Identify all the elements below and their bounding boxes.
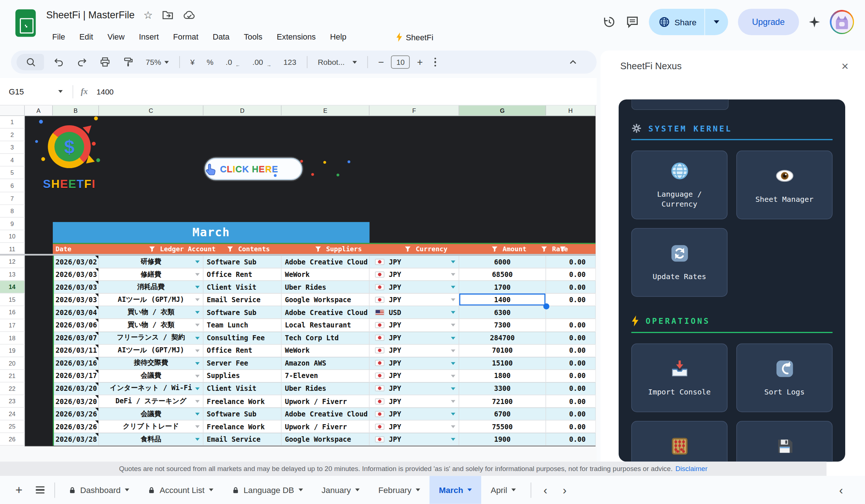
- zoom-select[interactable]: 75%: [141, 55, 174, 69]
- dropdown-icon[interactable]: [451, 349, 455, 352]
- supplier-cell[interactable]: Google Workspace: [281, 433, 369, 446]
- ledger-account-cell[interactable]: DeFi / ステーキング: [99, 395, 203, 408]
- rate-cell[interactable]: 0.00: [546, 268, 596, 281]
- ledger-account-cell[interactable]: 研修費: [99, 256, 203, 268]
- row-header-number[interactable]: 9: [0, 218, 25, 230]
- close-icon[interactable]: ×: [839, 58, 851, 75]
- dropdown-icon[interactable]: [195, 260, 200, 263]
- date-cell[interactable]: 2026/03/16: [54, 357, 99, 370]
- upgrade-button[interactable]: Upgrade: [738, 9, 799, 35]
- move-folder-icon[interactable]: [162, 9, 174, 21]
- ledger-account-cell[interactable]: フリーランス / 契約: [99, 332, 203, 345]
- amount-cell[interactable]: 1800: [459, 370, 546, 382]
- currency-cell[interactable]: USD: [369, 306, 459, 319]
- increase-font-size-button[interactable]: +: [412, 55, 428, 70]
- dropdown-icon[interactable]: [451, 311, 455, 314]
- date-cell[interactable]: 2026/03/28: [54, 433, 99, 446]
- row-header-number[interactable]: 8: [0, 205, 25, 218]
- ledger-account-cell[interactable]: 買い物 / 衣類: [99, 319, 203, 332]
- dropdown-icon[interactable]: [451, 273, 455, 276]
- column-header[interactable]: Suppliers: [323, 244, 413, 254]
- row-header-number[interactable]: 2: [0, 129, 25, 141]
- date-cell[interactable]: 2026/03/20: [54, 395, 99, 408]
- name-box-dropdown-icon[interactable]: [58, 90, 63, 93]
- avatar[interactable]: [830, 10, 854, 34]
- currency-cell[interactable]: JPY: [369, 370, 459, 382]
- dropdown-icon[interactable]: [195, 273, 200, 276]
- row-header-number[interactable]: 6: [0, 179, 25, 192]
- date-cell[interactable]: 2026/03/07: [54, 332, 99, 345]
- supplier-cell[interactable]: Adobe Creative Cloud: [281, 408, 369, 420]
- row-header-number[interactable]: 1: [0, 116, 25, 129]
- amount-cell[interactable]: 15100: [459, 357, 546, 370]
- date-cell[interactable]: 2026/03/26: [54, 420, 99, 433]
- row-header-number[interactable]: 15: [0, 294, 25, 307]
- supplier-cell[interactable]: Tech Corp Ltd: [281, 332, 369, 345]
- paint-format-button[interactable]: [118, 54, 139, 70]
- rate-cell[interactable]: 0.00: [546, 420, 596, 433]
- sidebar-card-button[interactable]: Language / Currency: [631, 151, 728, 219]
- sheet-tab[interactable]: Account List: [139, 476, 222, 504]
- dropdown-icon[interactable]: [195, 438, 200, 441]
- decrease-font-size-button[interactable]: −: [373, 55, 389, 70]
- date-cell[interactable]: 2026/03/03: [54, 294, 99, 307]
- currency-cell[interactable]: JPY: [369, 268, 459, 281]
- currency-cell[interactable]: JPY: [369, 332, 459, 345]
- format-percent-button[interactable]: %: [202, 55, 218, 69]
- row-header-number[interactable]: 17: [0, 319, 25, 332]
- date-cell[interactable]: 2026/03/17: [54, 370, 99, 382]
- row-header-number[interactable]: 5: [0, 167, 25, 179]
- cloud-status-icon[interactable]: [183, 9, 196, 21]
- amount-cell[interactable]: 6700: [459, 408, 546, 420]
- sheets-logo-icon[interactable]: [15, 10, 36, 37]
- amount-cell[interactable]: 1400: [459, 294, 546, 307]
- sidebar-card-button[interactable]: Import Console: [631, 344, 728, 412]
- supplier-cell[interactable]: Uber Rides: [281, 281, 369, 294]
- rate-cell[interactable]: 0.00: [546, 408, 596, 420]
- dropdown-icon[interactable]: [451, 324, 455, 327]
- currency-cell[interactable]: JPY: [369, 382, 459, 395]
- currency-cell[interactable]: JPY: [369, 319, 459, 332]
- increase-decimal-button[interactable]: .00→: [247, 55, 276, 69]
- sheet-tab[interactable]: Language DB: [223, 476, 312, 504]
- column-header-letter[interactable]: G: [459, 105, 546, 116]
- amount-cell[interactable]: 6300: [459, 306, 546, 319]
- tab-menu-icon[interactable]: [416, 489, 420, 492]
- rate-cell[interactable]: 0.00: [546, 382, 596, 395]
- supplier-cell[interactable]: Amazon AWS: [281, 357, 369, 370]
- sheet-tab[interactable]: February: [369, 476, 430, 504]
- supplier-cell[interactable]: Adobe Creative Cloud: [281, 306, 369, 319]
- ledger-account-cell[interactable]: インターネット / Wi-Fi: [99, 382, 203, 395]
- prev-sheets-icon[interactable]: ‹: [536, 483, 555, 497]
- contents-cell[interactable]: Software Sub: [203, 408, 281, 420]
- rate-cell[interactable]: 0.00: [546, 294, 596, 307]
- ledger-account-cell[interactable]: 買い物 / 衣類: [99, 306, 203, 319]
- amount-cell[interactable]: 70100: [459, 344, 546, 357]
- currency-cell[interactable]: JPY: [369, 433, 459, 446]
- rate-cell[interactable]: 0.00: [546, 344, 596, 357]
- row-header-number[interactable]: 24: [0, 408, 25, 420]
- currency-cell[interactable]: JPY: [369, 344, 459, 357]
- currency-cell[interactable]: JPY: [369, 408, 459, 420]
- dropdown-icon[interactable]: [195, 375, 200, 378]
- rate-cell[interactable]: 0.00: [546, 357, 596, 370]
- contents-cell[interactable]: Freelance Work: [203, 395, 281, 408]
- formula-input[interactable]: 1400: [96, 87, 114, 96]
- date-cell[interactable]: 2026/03/03: [54, 268, 99, 281]
- row-header-number[interactable]: 12: [0, 256, 25, 268]
- amount-cell[interactable]: 6000: [459, 256, 546, 268]
- sidebar-card-button[interactable]: Cloud Backup: [736, 421, 833, 462]
- date-cell[interactable]: 2026/03/06: [54, 319, 99, 332]
- tab-menu-icon[interactable]: [512, 489, 516, 492]
- contents-cell[interactable]: Consulting Fee: [203, 332, 281, 345]
- rate-cell[interactable]: 0.00: [546, 256, 596, 268]
- row-header-number[interactable]: 10: [0, 230, 25, 243]
- menu-item[interactable]: Format: [166, 30, 206, 44]
- sheet-tab[interactable]: January: [312, 476, 369, 504]
- sidebar-card-button[interactable]: Update Rates: [631, 228, 728, 297]
- column-header[interactable]: Date: [53, 244, 157, 254]
- print-button[interactable]: [95, 54, 115, 70]
- all-sheets-icon[interactable]: [30, 486, 54, 493]
- ledger-account-cell[interactable]: 会議費: [99, 370, 203, 382]
- more-formats-button[interactable]: 123: [279, 55, 301, 69]
